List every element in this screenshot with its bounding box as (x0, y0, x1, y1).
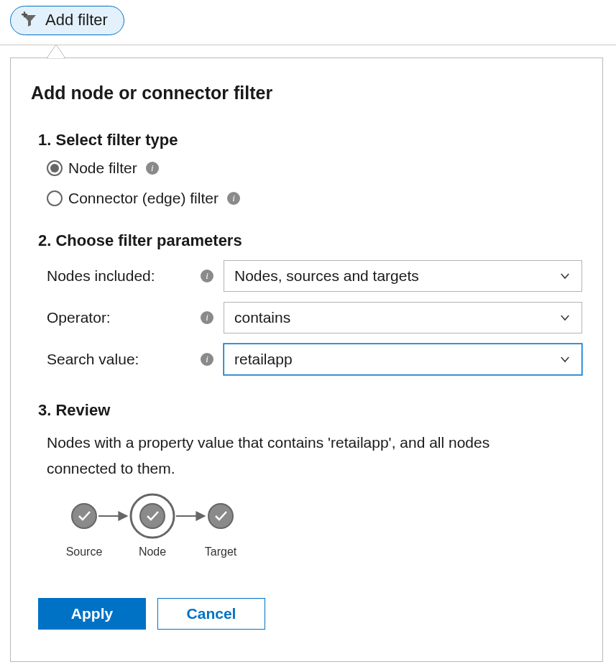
section3-title: 3. Review (38, 401, 582, 420)
apply-button[interactable]: Apply (38, 598, 146, 630)
operator-label: Operator: (47, 309, 198, 326)
radio-connector-label: Connector (edge) filter (68, 190, 219, 207)
panel-caret-icon (47, 45, 65, 58)
info-icon[interactable]: i (146, 162, 159, 175)
search-value-select[interactable]: retailapp (224, 344, 582, 375)
operator-value: contains (234, 309, 290, 326)
info-icon[interactable]: i (201, 270, 213, 282)
add-filter-label: Add filter (45, 11, 108, 29)
chevron-down-icon (558, 311, 571, 324)
funnel-plus-icon (21, 11, 38, 29)
section1-title: 1. Select filter type (38, 131, 582, 149)
radio-unchecked-icon (47, 190, 63, 206)
cancel-button[interactable]: Cancel (157, 598, 265, 630)
figure-target-label: Target (205, 546, 237, 558)
radio-node-filter[interactable]: Node filter i (47, 160, 582, 177)
nodes-included-select[interactable]: Nodes, sources and targets (224, 260, 582, 292)
info-icon[interactable]: i (201, 353, 213, 366)
figure-node-label: Node (139, 546, 166, 558)
info-icon[interactable]: i (227, 192, 240, 205)
figure-source-label: Source (66, 546, 103, 558)
cancel-label: Cancel (187, 605, 236, 622)
apply-label: Apply (71, 605, 113, 622)
chevron-down-icon (558, 270, 571, 282)
search-value-label: Search value: (47, 351, 198, 368)
review-text: Nodes with a property value that contain… (47, 430, 507, 481)
radio-node-label: Node filter (68, 160, 137, 177)
search-value-value: retailapp (234, 351, 293, 368)
radio-connector-filter[interactable]: Connector (edge) filter i (47, 190, 582, 207)
nodes-included-value: Nodes, sources and targets (234, 267, 419, 285)
top-divider (0, 45, 616, 45)
section2-title: 2. Choose filter parameters (38, 231, 582, 250)
filter-panel: Add node or connector filter 1. Select f… (10, 57, 603, 662)
add-filter-button[interactable]: Add filter (10, 6, 124, 35)
panel-title: Add node or connector filter (31, 83, 582, 103)
review-graph-figure: Source Node Target (55, 491, 249, 563)
info-icon[interactable]: i (201, 311, 213, 324)
operator-select[interactable]: contains (224, 302, 582, 333)
radio-checked-icon (47, 160, 63, 176)
svg-rect-1 (24, 11, 25, 17)
chevron-down-icon (558, 353, 571, 366)
nodes-included-label: Nodes included: (47, 267, 198, 285)
